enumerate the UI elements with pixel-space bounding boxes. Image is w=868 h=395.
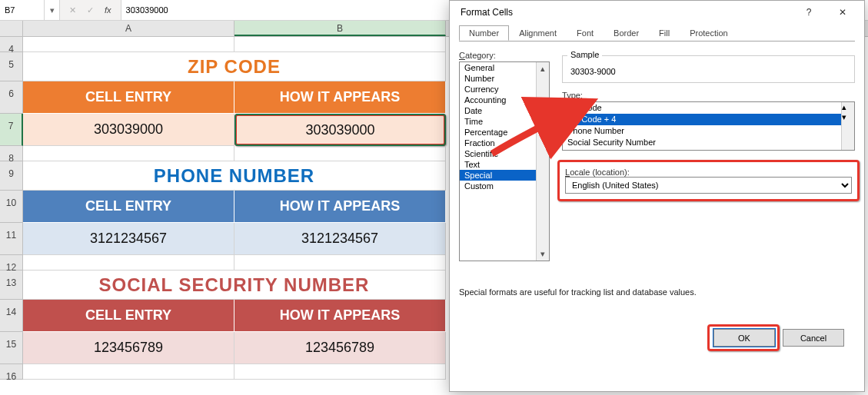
tab-number[interactable]: Number bbox=[459, 25, 509, 41]
row-headers: 4 5 6 7 8 9 10 11 12 13 14 15 16 bbox=[0, 37, 23, 380]
ssn-val-appears[interactable]: 123456789 bbox=[234, 332, 446, 364]
ssn-hdr-entry[interactable]: CELL ENTRY bbox=[23, 300, 234, 332]
type-zipcode4[interactable]: Zip Code + 4 bbox=[563, 114, 854, 125]
ssn-title[interactable]: SOCIAL SECURITY NUMBER bbox=[23, 271, 446, 300]
help-icon[interactable]: ? bbox=[792, 2, 826, 23]
name-box[interactable]: B7 bbox=[0, 0, 45, 20]
row-head-11[interactable]: 11 bbox=[0, 223, 23, 255]
col-head-A[interactable]: A bbox=[23, 21, 234, 36]
row-head-13[interactable]: 13 bbox=[0, 271, 23, 300]
phone-val-appears[interactable]: 3121234567 bbox=[234, 223, 446, 255]
chevron-down-icon[interactable]: ▾ bbox=[842, 112, 854, 122]
type-list[interactable]: Zip Code Zip Code + 4 Phone Number Socia… bbox=[562, 101, 855, 151]
zip-val-appears[interactable]: 303039000 bbox=[234, 114, 446, 146]
hint-text: Special formats are useful for tracking … bbox=[459, 287, 855, 297]
category-list[interactable]: General Number Currency Accounting Date … bbox=[459, 61, 550, 261]
close-icon[interactable]: ✕ bbox=[826, 2, 860, 23]
dialog-buttons: OK Cancel bbox=[713, 329, 844, 347]
row-head-9[interactable]: 9 bbox=[0, 161, 23, 191]
cell[interactable] bbox=[234, 364, 446, 380]
zip-hdr-entry[interactable]: CELL ENTRY bbox=[23, 81, 234, 114]
row-head-15[interactable]: 15 bbox=[0, 332, 23, 364]
row-head-5[interactable]: 5 bbox=[0, 52, 23, 81]
sample-value: 30303-9000 bbox=[570, 67, 616, 76]
tab-border[interactable]: Border bbox=[604, 25, 649, 41]
row-head-16[interactable]: 16 bbox=[0, 364, 23, 380]
format-cells-dialog: Format Cells ? ✕ Number Alignment Font B… bbox=[449, 0, 865, 392]
cell[interactable] bbox=[234, 146, 446, 161]
locale-wrap: Locale (location): English (United State… bbox=[562, 164, 855, 197]
locale-select[interactable]: English (United States) bbox=[565, 177, 852, 194]
row-head-4[interactable]: 4 bbox=[0, 37, 23, 52]
type-phone[interactable]: Phone Number bbox=[563, 125, 854, 137]
right-column: Sample 30303-9000 Type: Zip Code Zip Cod… bbox=[562, 51, 855, 197]
zip-title[interactable]: ZIP CODE bbox=[23, 52, 446, 81]
ssn-hdr-appears[interactable]: HOW IT APPEARS bbox=[234, 300, 446, 332]
type-ssn[interactable]: Social Security Number bbox=[563, 137, 854, 148]
phone-title[interactable]: PHONE NUMBER bbox=[23, 161, 446, 191]
phone-hdr-appears[interactable]: HOW IT APPEARS bbox=[234, 191, 446, 223]
accept-icon[interactable]: ✓ bbox=[87, 5, 94, 15]
dialog-titlebar[interactable]: Format Cells ? ✕ bbox=[450, 1, 864, 24]
cell[interactable] bbox=[23, 146, 234, 161]
chevron-up-icon[interactable]: ▴ bbox=[842, 102, 854, 112]
cancel-button[interactable]: Cancel bbox=[783, 329, 844, 347]
row-head-10[interactable]: 10 bbox=[0, 191, 23, 223]
select-all-corner[interactable] bbox=[0, 21, 23, 36]
locale-label: Locale (location): bbox=[565, 168, 852, 177]
cell[interactable] bbox=[23, 255, 234, 271]
fx-icon[interactable]: fx bbox=[105, 5, 111, 15]
formula-bar-icons: ✕ ✓ fx bbox=[60, 0, 121, 20]
row-head-14[interactable]: 14 bbox=[0, 300, 23, 332]
sample-box: Sample 30303-9000 bbox=[562, 55, 855, 83]
dialog-title: Format Cells bbox=[461, 7, 792, 18]
dialog-tabs: Number Alignment Font Border Fill Protec… bbox=[450, 24, 864, 41]
tab-font[interactable]: Font bbox=[567, 25, 604, 41]
col-head-B[interactable]: B bbox=[234, 21, 446, 36]
type-label: Type: bbox=[562, 91, 855, 100]
row-head-6[interactable]: 6 bbox=[0, 81, 23, 114]
chevron-down-icon[interactable]: ▾ bbox=[537, 247, 549, 261]
cell[interactable] bbox=[234, 255, 446, 271]
chevron-up-icon[interactable]: ▴ bbox=[537, 62, 549, 75]
cancel-icon[interactable]: ✕ bbox=[69, 5, 76, 15]
cell[interactable] bbox=[23, 364, 234, 380]
row-head-8[interactable]: 8 bbox=[0, 146, 23, 161]
row-head-12[interactable]: 12 bbox=[0, 255, 23, 271]
name-box-dropdown[interactable]: ▾ bbox=[45, 0, 60, 20]
zip-val-entry[interactable]: 303039000 bbox=[23, 114, 234, 146]
tab-protection[interactable]: Protection bbox=[680, 25, 738, 41]
tab-alignment[interactable]: Alignment bbox=[509, 25, 567, 41]
type-zipcode[interactable]: Zip Code bbox=[563, 102, 854, 114]
category-scrollbar[interactable]: ▴ ▾ bbox=[536, 62, 549, 261]
dialog-panel: Category: General Number Currency Accoun… bbox=[459, 41, 855, 356]
sample-label: Sample bbox=[567, 50, 602, 59]
ok-button[interactable]: OK bbox=[713, 329, 775, 347]
phone-val-entry[interactable]: 3121234567 bbox=[23, 223, 234, 255]
zip-hdr-appears[interactable]: HOW IT APPEARS bbox=[234, 81, 446, 114]
type-scrollbar[interactable]: ▴ ▾ bbox=[841, 102, 854, 150]
tab-fill[interactable]: Fill bbox=[649, 25, 680, 41]
cell[interactable] bbox=[23, 37, 234, 52]
phone-hdr-entry[interactable]: CELL ENTRY bbox=[23, 191, 234, 223]
row-head-7[interactable]: 7 bbox=[0, 114, 23, 146]
ssn-val-entry[interactable]: 123456789 bbox=[23, 332, 234, 364]
cell[interactable] bbox=[234, 37, 446, 52]
